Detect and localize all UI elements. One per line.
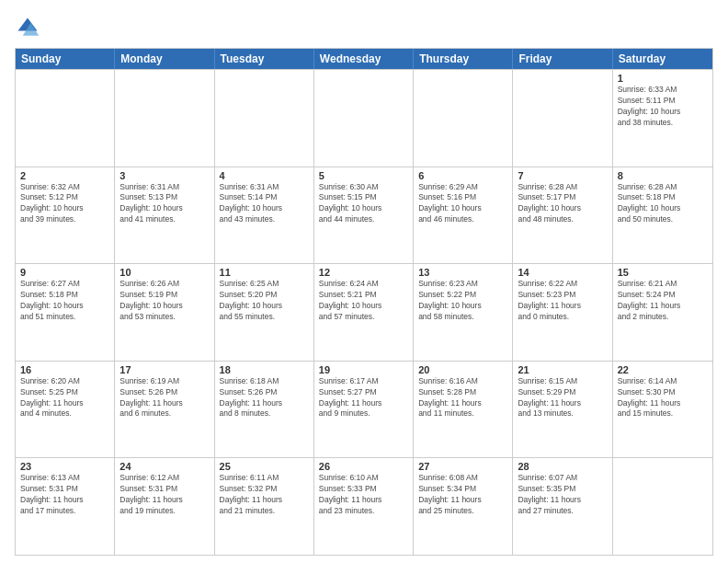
calendar-cell: 21Sunrise: 6:15 AM Sunset: 5:29 PM Dayli… (513, 362, 612, 458)
day-info: Sunrise: 6:30 AM Sunset: 5:15 PM Dayligh… (319, 182, 408, 226)
calendar-cell: 15Sunrise: 6:21 AM Sunset: 5:24 PM Dayli… (613, 264, 712, 361)
calendar-cell: 1Sunrise: 6:33 AM Sunset: 5:11 PM Daylig… (613, 70, 712, 167)
calendar-cell: 2Sunrise: 6:32 AM Sunset: 5:12 PM Daylig… (16, 167, 115, 264)
day-number: 20 (418, 364, 507, 375)
day-number: 21 (518, 364, 607, 375)
day-info: Sunrise: 6:21 AM Sunset: 5:24 PM Dayligh… (618, 279, 708, 323)
calendar-cell: 4Sunrise: 6:31 AM Sunset: 5:14 PM Daylig… (215, 167, 314, 264)
day-info: Sunrise: 6:17 AM Sunset: 5:27 PM Dayligh… (319, 376, 408, 420)
day-info: Sunrise: 6:23 AM Sunset: 5:22 PM Dayligh… (418, 279, 507, 323)
day-number: 5 (319, 170, 408, 181)
calendar-cell: 11Sunrise: 6:25 AM Sunset: 5:20 PM Dayli… (215, 264, 314, 361)
calendar-cell (215, 70, 314, 167)
header-day-friday: Friday (513, 49, 612, 69)
calendar-cell: 20Sunrise: 6:16 AM Sunset: 5:28 PM Dayli… (414, 362, 513, 458)
day-number: 10 (119, 267, 209, 278)
day-number: 25 (220, 461, 309, 472)
day-number: 23 (20, 461, 109, 472)
logo (15, 15, 44, 40)
day-number: 9 (20, 267, 109, 278)
day-info: Sunrise: 6:16 AM Sunset: 5:28 PM Dayligh… (418, 376, 507, 420)
day-info: Sunrise: 6:22 AM Sunset: 5:23 PM Dayligh… (518, 279, 607, 323)
calendar-cell: 18Sunrise: 6:18 AM Sunset: 5:26 PM Dayli… (215, 362, 314, 458)
calendar-row-0: 1Sunrise: 6:33 AM Sunset: 5:11 PM Daylig… (16, 69, 712, 167)
calendar-cell: 24Sunrise: 6:12 AM Sunset: 5:31 PM Dayli… (115, 458, 214, 555)
calendar-row-3: 16Sunrise: 6:20 AM Sunset: 5:25 PM Dayli… (16, 361, 712, 458)
calendar-cell: 28Sunrise: 6:07 AM Sunset: 5:35 PM Dayli… (513, 458, 612, 555)
calendar-cell (314, 70, 414, 167)
day-number: 16 (20, 364, 109, 375)
day-info: Sunrise: 6:25 AM Sunset: 5:20 PM Dayligh… (220, 279, 309, 323)
calendar-cell: 25Sunrise: 6:11 AM Sunset: 5:32 PM Dayli… (215, 458, 314, 555)
calendar-cell: 27Sunrise: 6:08 AM Sunset: 5:34 PM Dayli… (414, 458, 513, 555)
calendar-cell (414, 70, 513, 167)
calendar-cell: 7Sunrise: 6:28 AM Sunset: 5:17 PM Daylig… (513, 167, 612, 264)
day-info: Sunrise: 6:11 AM Sunset: 5:32 PM Dayligh… (220, 473, 309, 517)
day-info: Sunrise: 6:28 AM Sunset: 5:18 PM Dayligh… (618, 182, 708, 226)
header-day-wednesday: Wednesday (314, 49, 414, 69)
day-info: Sunrise: 6:26 AM Sunset: 5:19 PM Dayligh… (119, 279, 209, 323)
calendar-cell: 23Sunrise: 6:13 AM Sunset: 5:31 PM Dayli… (16, 458, 115, 555)
day-info: Sunrise: 6:28 AM Sunset: 5:17 PM Dayligh… (518, 182, 607, 226)
calendar-cell: 17Sunrise: 6:19 AM Sunset: 5:26 PM Dayli… (115, 362, 214, 458)
day-number: 26 (319, 461, 408, 472)
day-info: Sunrise: 6:15 AM Sunset: 5:29 PM Dayligh… (518, 376, 607, 420)
day-number: 12 (319, 267, 408, 278)
calendar-cell: 14Sunrise: 6:22 AM Sunset: 5:23 PM Dayli… (513, 264, 612, 361)
day-info: Sunrise: 6:14 AM Sunset: 5:30 PM Dayligh… (618, 376, 708, 420)
calendar-header: SundayMondayTuesdayWednesdayThursdayFrid… (16, 49, 712, 69)
day-info: Sunrise: 6:29 AM Sunset: 5:16 PM Dayligh… (418, 182, 507, 226)
day-info: Sunrise: 6:08 AM Sunset: 5:34 PM Dayligh… (418, 473, 507, 517)
day-number: 17 (119, 364, 209, 375)
day-number: 15 (618, 267, 708, 278)
header-day-sunday: Sunday (16, 49, 115, 69)
calendar-cell: 13Sunrise: 6:23 AM Sunset: 5:22 PM Dayli… (414, 264, 513, 361)
day-info: Sunrise: 6:10 AM Sunset: 5:33 PM Dayligh… (319, 473, 408, 517)
day-info: Sunrise: 6:18 AM Sunset: 5:26 PM Dayligh… (220, 376, 309, 420)
page: SundayMondayTuesdayWednesdayThursdayFrid… (0, 0, 728, 563)
day-number: 28 (518, 461, 607, 472)
day-info: Sunrise: 6:20 AM Sunset: 5:25 PM Dayligh… (20, 376, 109, 420)
calendar-cell: 8Sunrise: 6:28 AM Sunset: 5:18 PM Daylig… (613, 167, 712, 264)
calendar-cell: 16Sunrise: 6:20 AM Sunset: 5:25 PM Dayli… (16, 362, 115, 458)
day-number: 4 (220, 170, 309, 181)
day-number: 14 (518, 267, 607, 278)
calendar-body: 1Sunrise: 6:33 AM Sunset: 5:11 PM Daylig… (16, 69, 712, 555)
calendar-cell: 26Sunrise: 6:10 AM Sunset: 5:33 PM Dayli… (314, 458, 414, 555)
calendar-cell: 9Sunrise: 6:27 AM Sunset: 5:18 PM Daylig… (16, 264, 115, 361)
day-number: 8 (618, 170, 708, 181)
day-number: 7 (518, 170, 607, 181)
header (15, 15, 713, 40)
day-info: Sunrise: 6:32 AM Sunset: 5:12 PM Dayligh… (20, 182, 109, 226)
day-number: 1 (618, 73, 708, 84)
day-number: 13 (418, 267, 507, 278)
day-info: Sunrise: 6:24 AM Sunset: 5:21 PM Dayligh… (319, 279, 408, 323)
day-number: 2 (20, 170, 109, 181)
calendar-cell: 3Sunrise: 6:31 AM Sunset: 5:13 PM Daylig… (115, 167, 214, 264)
calendar-cell: 22Sunrise: 6:14 AM Sunset: 5:30 PM Dayli… (613, 362, 712, 458)
day-info: Sunrise: 6:33 AM Sunset: 5:11 PM Dayligh… (618, 85, 708, 129)
day-number: 27 (418, 461, 507, 472)
calendar: SundayMondayTuesdayWednesdayThursdayFrid… (15, 48, 713, 556)
header-day-monday: Monday (115, 49, 214, 69)
day-number: 6 (418, 170, 507, 181)
calendar-cell: 10Sunrise: 6:26 AM Sunset: 5:19 PM Dayli… (115, 264, 214, 361)
calendar-cell (115, 70, 214, 167)
logo-icon (15, 15, 40, 40)
header-day-thursday: Thursday (414, 49, 513, 69)
day-info: Sunrise: 6:31 AM Sunset: 5:13 PM Dayligh… (119, 182, 209, 226)
day-info: Sunrise: 6:31 AM Sunset: 5:14 PM Dayligh… (220, 182, 309, 226)
day-info: Sunrise: 6:13 AM Sunset: 5:31 PM Dayligh… (20, 473, 109, 517)
calendar-row-2: 9Sunrise: 6:27 AM Sunset: 5:18 PM Daylig… (16, 263, 712, 361)
calendar-cell: 12Sunrise: 6:24 AM Sunset: 5:21 PM Dayli… (314, 264, 414, 361)
day-number: 11 (220, 267, 309, 278)
calendar-cell (613, 458, 712, 555)
day-info: Sunrise: 6:19 AM Sunset: 5:26 PM Dayligh… (119, 376, 209, 420)
day-number: 18 (220, 364, 309, 375)
calendar-cell: 19Sunrise: 6:17 AM Sunset: 5:27 PM Dayli… (314, 362, 414, 458)
calendar-row-1: 2Sunrise: 6:32 AM Sunset: 5:12 PM Daylig… (16, 167, 712, 264)
calendar-cell: 6Sunrise: 6:29 AM Sunset: 5:16 PM Daylig… (414, 167, 513, 264)
day-info: Sunrise: 6:27 AM Sunset: 5:18 PM Dayligh… (20, 279, 109, 323)
day-info: Sunrise: 6:07 AM Sunset: 5:35 PM Dayligh… (518, 473, 607, 517)
calendar-cell (16, 70, 115, 167)
